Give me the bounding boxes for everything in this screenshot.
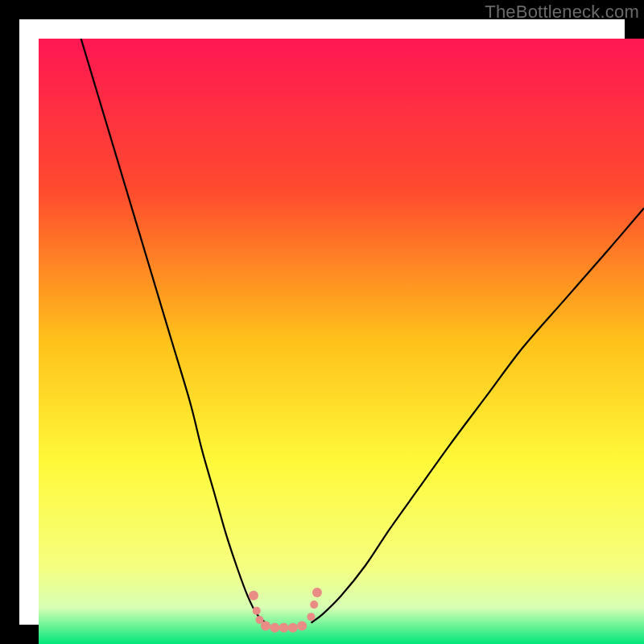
valley-marker xyxy=(279,623,289,633)
valley-marker xyxy=(307,613,315,621)
valley-marker xyxy=(312,588,322,597)
valley-marker xyxy=(253,607,261,615)
bottleneck-curve-chart xyxy=(39,39,644,644)
gradient-background xyxy=(39,39,644,644)
valley-marker xyxy=(261,621,270,630)
valley-marker xyxy=(270,623,279,633)
chart-frame xyxy=(19,19,625,625)
watermark-text: TheBottleneck.com xyxy=(485,2,639,23)
valley-marker xyxy=(249,591,258,601)
valley-marker xyxy=(297,621,307,630)
valley-marker xyxy=(310,601,318,609)
valley-marker xyxy=(288,623,298,633)
